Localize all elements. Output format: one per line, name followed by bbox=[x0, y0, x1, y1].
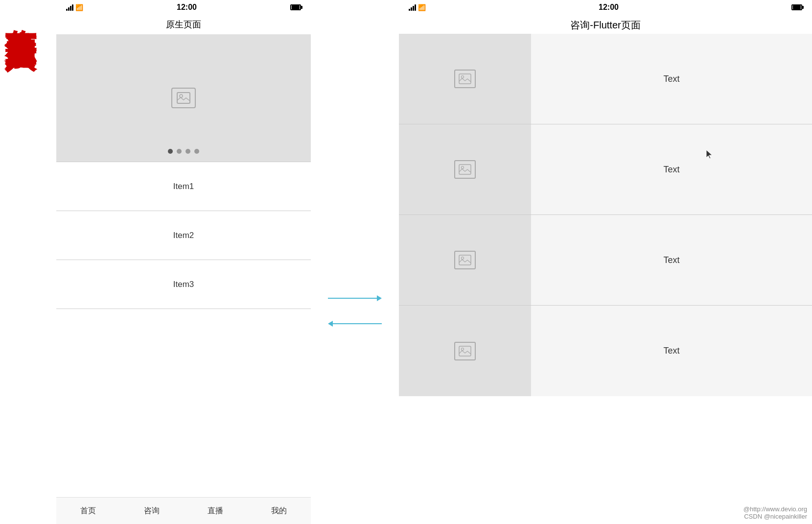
battery-icon bbox=[290, 4, 301, 10]
left-banner: 作为独立页面进行加入 bbox=[0, 0, 42, 524]
svg-rect-2 bbox=[459, 74, 471, 84]
arrow-left-head bbox=[328, 321, 333, 327]
dot-4 bbox=[194, 149, 199, 154]
arrow-area bbox=[311, 98, 399, 524]
left-time: 12:00 bbox=[177, 3, 197, 12]
right-signal-icon bbox=[409, 4, 416, 11]
svg-point-9 bbox=[462, 348, 464, 350]
svg-point-5 bbox=[462, 167, 464, 169]
left-page-title: 原生页面 bbox=[56, 15, 311, 34]
right-time: 12:00 bbox=[599, 3, 619, 12]
right-wifi-icon: 📶 bbox=[418, 4, 426, 11]
arrow-right bbox=[328, 295, 382, 301]
flutter-page-title: 咨询-Flutter页面 bbox=[399, 15, 812, 34]
tab-consult[interactable]: 咨询 bbox=[144, 506, 160, 516]
svg-point-3 bbox=[462, 76, 464, 78]
svg-rect-4 bbox=[459, 165, 471, 174]
flutter-item-1-text: Text bbox=[531, 34, 812, 124]
cursor bbox=[705, 149, 714, 162]
wifi-icon: 📶 bbox=[75, 4, 83, 11]
flutter-item-2-text: Text bbox=[531, 124, 812, 214]
list-item-2[interactable]: Item2 bbox=[56, 211, 311, 260]
flutter-item-4[interactable]: Text bbox=[399, 306, 812, 396]
flutter-item-2[interactable]: Text bbox=[399, 124, 812, 215]
svg-point-1 bbox=[180, 95, 183, 97]
left-phone: 📶 12:00 原生页面 bbox=[56, 0, 311, 524]
tab-live[interactable]: 直播 bbox=[208, 506, 223, 516]
dot-1 bbox=[168, 149, 173, 154]
tab-bar: 首页 咨询 直播 我的 bbox=[56, 497, 311, 524]
tab-me[interactable]: 我的 bbox=[271, 506, 287, 516]
watermark-line1: @http://www.devio.org bbox=[743, 505, 807, 513]
right-status-bar: 📶 12:00 bbox=[399, 0, 812, 15]
flutter-item-1[interactable]: Text bbox=[399, 34, 812, 124]
left-list: Item1 Item2 Item3 bbox=[56, 162, 311, 497]
flutter-image-icon-3 bbox=[454, 251, 476, 269]
flutter-item-2-image bbox=[399, 124, 531, 214]
left-status-bar: 📶 12:00 bbox=[56, 0, 311, 15]
arrow-right-head bbox=[377, 295, 382, 301]
arrow-left-line bbox=[333, 323, 382, 324]
flutter-item-3-image bbox=[399, 215, 531, 305]
svg-rect-0 bbox=[177, 93, 190, 103]
right-phone: 📶 12:00 咨询-Flutter页面 bbox=[399, 0, 812, 524]
left-banner-text: 作为独立页面进行加入 bbox=[5, 5, 37, 15]
arrow-right-line bbox=[328, 298, 377, 299]
svg-point-7 bbox=[462, 257, 464, 260]
main-content: 📶 12:00 原生页面 bbox=[42, 0, 812, 524]
flutter-item-3[interactable]: Text bbox=[399, 215, 812, 306]
tab-home[interactable]: 首页 bbox=[80, 506, 96, 516]
carousel-dots bbox=[168, 149, 199, 154]
watermark: @http://www.devio.org CSDN @nicepainkill… bbox=[743, 505, 807, 520]
flutter-item-4-image bbox=[399, 306, 531, 396]
svg-rect-8 bbox=[459, 346, 471, 356]
right-battery-icon bbox=[791, 4, 802, 10]
arrow-left bbox=[328, 321, 382, 327]
flutter-item-3-text: Text bbox=[531, 215, 812, 305]
list-item-1[interactable]: Item1 bbox=[56, 162, 311, 211]
signal-icon bbox=[66, 4, 73, 11]
watermark-line2: CSDN @nicepainkiller bbox=[743, 513, 807, 520]
svg-rect-6 bbox=[459, 255, 471, 265]
flutter-image-icon-1 bbox=[454, 70, 476, 88]
flutter-item-1-image bbox=[399, 34, 531, 124]
dot-2 bbox=[177, 149, 182, 154]
flutter-image-icon-4 bbox=[454, 342, 476, 360]
list-item-3[interactable]: Item3 bbox=[56, 260, 311, 309]
flutter-item-4-text: Text bbox=[531, 306, 812, 396]
dot-3 bbox=[186, 149, 190, 154]
flutter-image-icon-2 bbox=[454, 160, 476, 179]
carousel bbox=[56, 34, 311, 162]
carousel-image-icon bbox=[171, 88, 196, 108]
flutter-list: Text bbox=[399, 34, 812, 524]
